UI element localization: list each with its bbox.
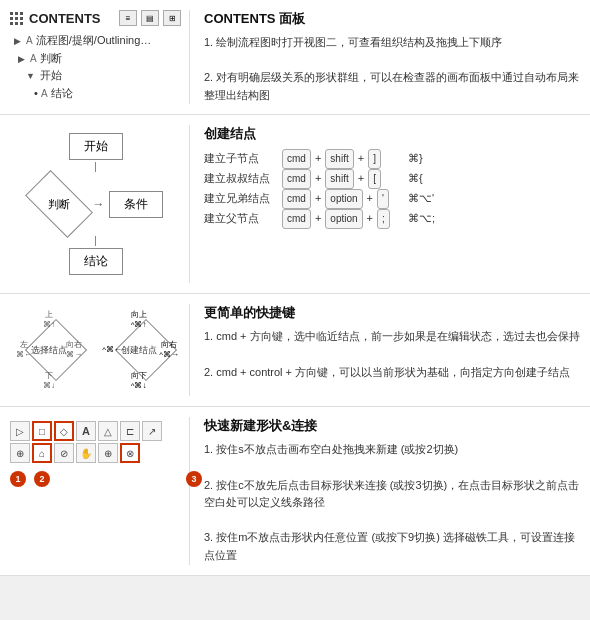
dir-create-left: ^⌘←	[102, 346, 122, 356]
dir-create-right: 向右^⌘→	[159, 341, 179, 360]
tb-triangle-icon[interactable]: △	[98, 421, 118, 441]
tb-hand-icon[interactable]: ✋	[76, 443, 96, 463]
tb-magnet-icon[interactable]: ⊗	[120, 443, 140, 463]
sc-key-cmd: cmd	[282, 149, 311, 169]
sc-label-sibling: 建立兄弟结点	[204, 189, 276, 209]
toolbar-icons-row: ▷ □ ◇ A △ ⊏ ↗ ⊕ ⌂ ⊘ ✋	[10, 421, 181, 463]
sc-row-sibling: 建立兄弟结点 cmd+ option+ ' ⌘⌥'	[204, 189, 580, 209]
fc-diamond-wrap: 判断	[29, 174, 89, 234]
toolbar-area: ▷ □ ◇ A △ ⊏ ↗ ⊕ ⌂ ⊘ ✋	[10, 417, 181, 491]
sc-equiv-parent: ⌘⌥;	[408, 209, 435, 229]
fc-condition: 条件	[109, 191, 163, 218]
sc-key-option2: option	[325, 209, 362, 229]
tb-circle-x-icon[interactable]: ⊘	[54, 443, 74, 463]
sc-key-rbracket: ]	[368, 149, 381, 169]
sc-keys-sibling: cmd+ option+ '	[282, 189, 402, 209]
quick-shortcuts-title: 更简单的快捷键	[204, 304, 580, 322]
dir-select-left: 左⌘←	[16, 341, 32, 360]
sc-key-shift: shift	[325, 149, 353, 169]
tb-text-icon[interactable]: A	[76, 421, 96, 441]
dir-create-top: 向上^⌘↑	[131, 310, 147, 329]
sc-key-option: option	[325, 189, 362, 209]
tb-cursor-icon[interactable]: ▷	[10, 421, 30, 441]
tb-arrow-icon[interactable]: ↗	[142, 421, 162, 441]
sc-row-uncle: 建立叔叔结点 cmd+ shift+ [ ⌘{	[204, 169, 580, 189]
flowchart-left: 开始 判断 → 条件 结论	[10, 125, 190, 283]
section-create-nodes: 开始 判断 → 条件 结论 创建结点 建立子节点 cmd+ shift+	[0, 115, 590, 294]
badge-spacer	[58, 471, 178, 487]
sc-keys-uncle: cmd+ shift+ [	[282, 169, 402, 189]
flowchart-diagram: 开始 判断 → 条件 结论	[10, 125, 181, 283]
sc-equiv-child: ⌘}	[408, 149, 423, 169]
contents-toolbar: ≡ ▤ ⊞	[119, 10, 181, 26]
tree-item-flowchart[interactable]: ▶ A 流程图/提纲/Outlining…	[10, 32, 181, 50]
sc-key-cmd3: cmd	[282, 189, 311, 209]
fc-diamond-label: 判断	[48, 197, 70, 212]
section-contents: CONTENTS ≡ ▤ ⊞ ▶ A 流程图/提纲/Outlining… ▶ A…	[0, 0, 590, 115]
sc-keys-parent: cmd+ option+ ;	[282, 209, 402, 229]
dir-select-top: 上⌘↑	[43, 310, 55, 329]
quick-shapes-title: 快速新建形状&连接	[204, 417, 580, 435]
shortcuts-table: 建立子节点 cmd+ shift+ ] ⌘} 建立叔叔结点 cmd+ shift…	[204, 149, 580, 229]
sc-keys-child: cmd+ shift+ ]	[282, 149, 402, 169]
quick-shapes-text: 1. 按住s不放点击画布空白处拖拽来新建 (或按2切换) 2. 按住c不放先后点…	[204, 441, 580, 564]
fc-conclusion: 结论	[69, 248, 123, 275]
fc-vline-1	[95, 162, 96, 172]
sc-equiv-uncle: ⌘{	[408, 169, 423, 189]
dir-select-right: 向右⌘→	[66, 341, 82, 360]
badge-row: 1 2 3	[10, 471, 202, 487]
sc-key-cmd4: cmd	[282, 209, 311, 229]
sc-label-uncle: 建立叔叔结点	[204, 169, 276, 189]
contents-panel-right: CONTENTS 面板 1. 绘制流程图时打开视图二，可查看组织结构及拖拽上下顺…	[200, 10, 580, 104]
tree-item-judgment[interactable]: ▶ A 判断	[10, 50, 181, 68]
tb-home-icon[interactable]: ⌂	[32, 443, 52, 463]
diamond-select: 选择结点 上⌘↑ 下⌘↓ 左⌘← 向右⌘→	[16, 310, 82, 390]
sc-key-cmd2: cmd	[282, 169, 311, 189]
outline-view-btn[interactable]: ▤	[141, 10, 159, 26]
diamond-create: 创建结点 向上^⌘↑ 向下^⌘↓ ^⌘← 向右^⌘→	[102, 310, 175, 390]
quick-shortcuts-text: 1. cmd + 方向键，选中临近结点，前一步如果是在编辑状态，选过去也会保持 …	[204, 328, 580, 381]
contents-title: CONTENTS	[29, 11, 119, 26]
shapes-left: 选择结点 上⌘↑ 下⌘↓ 左⌘← 向右⌘→ 创建结点 向上^⌘↑ 向下^⌘↓ ^…	[10, 304, 190, 396]
grid-icon	[10, 12, 23, 25]
toolbar-left: ▷ □ ◇ A △ ⊏ ↗ ⊕ ⌂ ⊘ ✋	[10, 417, 190, 564]
diamond-select-label: 选择结点	[31, 344, 67, 357]
tree-item-conclusion[interactable]: • A 结论	[10, 85, 181, 103]
dir-select-bottom: 下⌘↓	[43, 371, 55, 390]
sc-label-child: 建立子节点	[204, 149, 276, 169]
tb-circle-plus-icon[interactable]: ⊕	[10, 443, 30, 463]
section-quick-shortcuts: 选择结点 上⌘↑ 下⌘↓ 左⌘← 向右⌘→ 创建结点 向上^⌘↑ 向下^⌘↓ ^…	[0, 294, 590, 407]
contents-desc-text: 1. 绘制流程图时打开视图二，可查看组织结构及拖拽上下顺序 2. 对有明确层级关…	[204, 34, 580, 104]
sc-key-semi: ;	[377, 209, 390, 229]
fc-arrow-right: →	[93, 197, 105, 211]
sc-key-quote: '	[377, 189, 389, 209]
tb-diamond-icon[interactable]: ◇	[54, 421, 74, 441]
tb-bracket-icon[interactable]: ⊏	[120, 421, 140, 441]
grid-view-btn[interactable]: ⊞	[163, 10, 181, 26]
badge-2: 2	[34, 471, 50, 487]
tb-rect-icon[interactable]: □	[32, 421, 52, 441]
diamond-create-label: 创建结点	[121, 344, 157, 357]
fc-start: 开始	[69, 133, 123, 160]
shapes-area: 选择结点 上⌘↑ 下⌘↓ 左⌘← 向右⌘→ 创建结点 向上^⌘↑ 向下^⌘↓ ^…	[10, 304, 181, 396]
shortcuts-title: 创建结点	[204, 125, 580, 143]
sc-key-shift2: shift	[325, 169, 353, 189]
sc-key-lbracket: [	[368, 169, 381, 189]
contents-header: CONTENTS ≡ ▤ ⊞	[10, 10, 181, 26]
quick-shapes-right: 快速新建形状&连接 1. 按住s不放点击画布空白处拖拽来新建 (或按2切换) 2…	[200, 417, 580, 564]
shortcuts-right: 创建结点 建立子节点 cmd+ shift+ ] ⌘} 建立叔叔结点 cmd+ …	[200, 125, 580, 283]
dir-create-bottom: 向下^⌘↓	[131, 371, 147, 390]
sc-row-child: 建立子节点 cmd+ shift+ ] ⌘}	[204, 149, 580, 169]
tree-item-start[interactable]: ▼ 开始	[10, 67, 181, 85]
list-view-btn[interactable]: ≡	[119, 10, 137, 26]
sc-equiv-sibling: ⌘⌥'	[408, 189, 434, 209]
sc-label-parent: 建立父节点	[204, 209, 276, 229]
quick-shortcuts-right: 更简单的快捷键 1. cmd + 方向键，选中临近结点，前一步如果是在编辑状态，…	[200, 304, 580, 396]
section-quick-shapes: ▷ □ ◇ A △ ⊏ ↗ ⊕ ⌂ ⊘ ✋	[0, 407, 590, 575]
contents-desc-title: CONTENTS 面板	[204, 10, 580, 28]
tb-zoom-icon[interactable]: ⊕	[98, 443, 118, 463]
fc-judgment-row: 判断 → 条件	[29, 174, 163, 234]
fc-vline-2	[95, 236, 96, 246]
badge-1: 1	[10, 471, 26, 487]
contents-panel-left: CONTENTS ≡ ▤ ⊞ ▶ A 流程图/提纲/Outlining… ▶ A…	[10, 10, 190, 104]
